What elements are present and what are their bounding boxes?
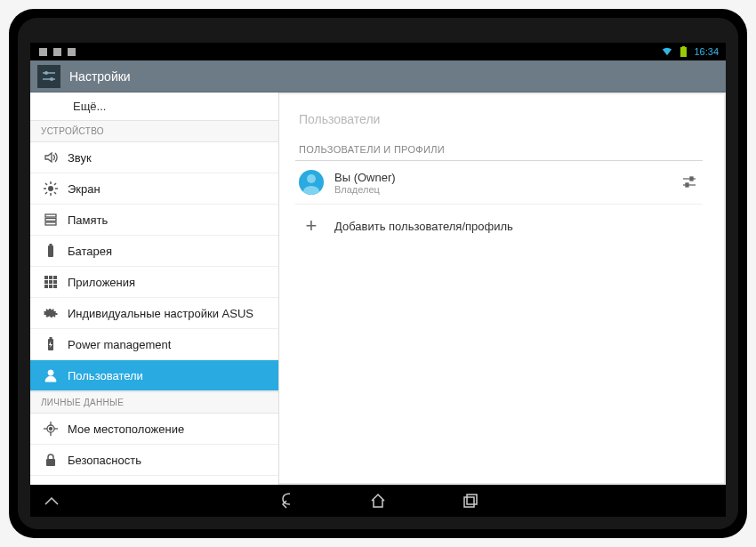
power-icon [43,336,59,352]
content-title: Пользователи [295,107,703,139]
svg-rect-29 [44,285,48,288]
status-bar: 16:34 [30,43,726,60]
svg-rect-33 [50,337,52,339]
navigation-bar [30,485,726,517]
svg-rect-18 [45,214,56,217]
sidebar-item-language[interactable]: A Язык и ввод [30,476,278,485]
sidebar-more[interactable]: Ещё... [30,93,278,120]
nav-home-button[interactable] [367,490,389,511]
display-icon [43,181,59,197]
battery-icon [43,243,59,259]
user-settings-button[interactable] [680,173,699,192]
users-icon [43,367,59,383]
notif-icon-3 [66,46,76,57]
add-user-row[interactable]: + Добавить пользователя/профиль [295,205,703,247]
svg-rect-1 [53,48,61,56]
svg-rect-45 [690,177,693,181]
svg-point-9 [48,186,53,191]
status-right: 16:34 [662,46,719,57]
sidebar-item-label: Мое местоположение [68,422,184,436]
sidebar-item-location[interactable]: Мое местоположение [30,414,278,445]
sidebar-item-label: Экран [68,182,101,196]
svg-rect-49 [467,495,477,504]
sidebar[interactable]: Ещё... УСТРОЙСТВО Звук Экран [30,93,279,485]
svg-rect-0 [39,48,47,56]
tablet-frame: 16:34 Настройки Ещ [9,9,747,538]
apps-icon [43,274,59,290]
svg-rect-27 [49,280,52,284]
add-user-text: Добавить пользователя/профиль [334,220,699,233]
sidebar-item-power[interactable]: Power management [30,329,278,360]
screen: 16:34 Настройки Ещ [30,43,726,517]
sidebar-section-personal: ЛИЧНЫЕ ДАННЫЕ [30,391,278,414]
tablet-bezel: 16:34 Настройки Ещ [18,18,738,529]
sidebar-item-apps[interactable]: Приложения [30,267,278,298]
sound-icon [43,149,59,165]
svg-rect-2 [68,48,76,56]
sidebar-item-label: Память [68,213,108,227]
svg-rect-20 [45,222,56,225]
svg-rect-24 [49,276,52,279]
svg-line-14 [45,183,47,185]
svg-rect-19 [45,219,56,221]
status-left [37,46,76,57]
sidebar-item-sound[interactable]: Звук [30,142,278,173]
sidebar-item-label: Батарея [68,245,112,258]
sidebar-item-label: Звук [68,151,92,165]
sidebar-item-label: Индивидуальные настройки ASUS [68,307,253,320]
svg-line-16 [45,192,47,194]
svg-rect-23 [44,276,48,279]
svg-rect-4 [682,46,685,47]
sidebar-item-battery[interactable]: Батарея [30,236,278,267]
svg-rect-31 [53,285,57,288]
notif-icon-2 [52,46,62,57]
sidebar-item-storage[interactable]: Память [30,205,278,236]
svg-rect-28 [53,280,57,284]
svg-point-34 [48,370,53,375]
gear-icon [43,305,59,321]
svg-line-15 [54,192,56,194]
svg-point-6 [44,71,48,75]
storage-icon [43,212,59,228]
svg-rect-30 [49,285,52,288]
svg-rect-41 [46,459,55,466]
sidebar-item-security[interactable]: Безопасность [30,445,278,476]
sidebar-item-label: Пользователи [68,369,143,382]
notif-icon-1 [37,46,48,57]
svg-point-36 [50,428,52,430]
plus-icon: + [299,213,324,238]
wifi-icon [662,46,672,57]
svg-rect-47 [686,183,688,187]
content-section-header: ПОЛЬЗОВАТЕЛИ И ПРОФИЛИ [295,139,703,161]
svg-rect-21 [48,245,53,257]
svg-rect-25 [53,276,57,279]
body: Ещё... УСТРОЙСТВО Звук Экран [30,93,726,485]
nav-back-button[interactable] [275,490,296,511]
location-icon [43,421,59,437]
content-panel: Пользователи ПОЛЬЗОВАТЕЛИ И ПРОФИЛИ Вы (… [279,94,724,483]
sidebar-item-label: Безопасность [68,454,141,467]
sidebar-item-label: Power management [68,338,171,351]
avatar [299,170,324,195]
user-row-owner[interactable]: Вы (Owner) Владелец [295,161,703,205]
action-bar: Настройки [30,60,726,93]
settings-app-icon [37,65,60,88]
svg-rect-3 [680,47,687,57]
svg-point-8 [50,77,53,81]
nav-recent-left-icon[interactable] [41,490,62,511]
add-user-label: Добавить пользователя/профиль [334,220,699,233]
svg-rect-22 [50,244,52,245]
sidebar-item-users[interactable]: Пользователи [30,360,278,391]
sidebar-item-label: Приложения [68,276,135,289]
user-row-text: Вы (Owner) Владелец [334,171,669,195]
lock-icon [43,452,59,468]
clock: 16:34 [694,46,719,57]
sidebar-section-device: УСТРОЙСТВО [30,120,278,142]
nav-recents-button[interactable] [460,490,481,511]
svg-rect-26 [44,280,48,284]
svg-rect-48 [464,497,474,507]
sidebar-item-asus[interactable]: Индивидуальные настройки ASUS [30,298,278,329]
action-bar-title: Настройки [69,69,131,84]
user-role: Владелец [334,184,669,195]
sidebar-item-display[interactable]: Экран [30,173,278,205]
